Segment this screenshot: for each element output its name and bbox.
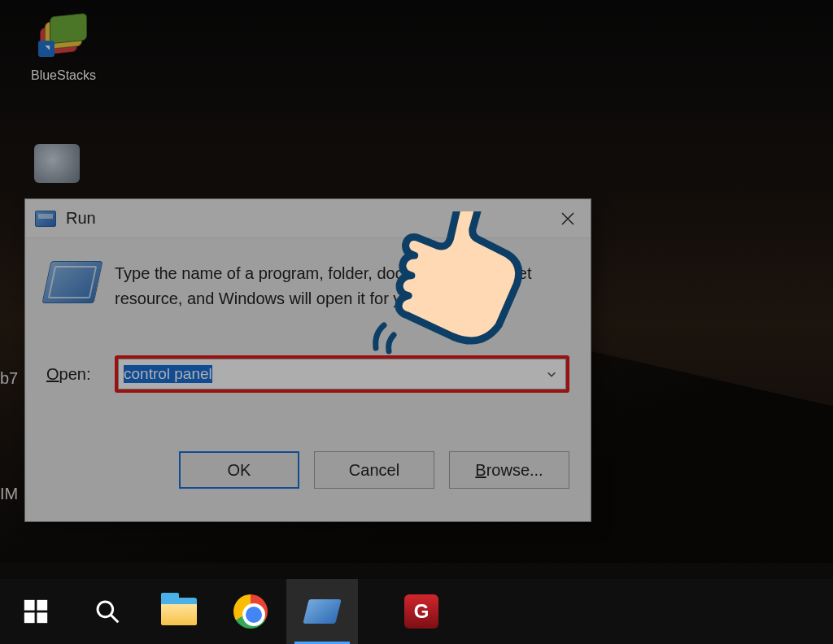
open-input-combo[interactable] (118, 359, 566, 389)
search-icon (94, 598, 120, 624)
run-dialog-title: Run (66, 209, 96, 228)
browse-button[interactable]: Browse... (449, 451, 569, 489)
shortcut-arrow-icon (38, 41, 55, 57)
taskbar-file-explorer[interactable] (143, 579, 215, 644)
bluestacks-icon (40, 15, 87, 55)
run-icon (303, 599, 341, 624)
file-explorer-icon (161, 598, 197, 625)
svg-rect-3 (37, 612, 47, 623)
svg-rect-2 (24, 612, 35, 623)
taskbar-run[interactable] (286, 579, 358, 644)
taskbar-chrome[interactable] (215, 579, 286, 644)
desktop-icon-label-partial: b7 (0, 369, 18, 388)
run-dialog: Run Type the name of a program, folder, … (24, 198, 591, 522)
run-dialog-titlebar[interactable]: Run (25, 199, 591, 238)
svg-rect-0 (24, 600, 35, 611)
run-program-icon (41, 261, 102, 303)
garena-icon: G (404, 594, 438, 629)
desktop-icon-partial[interactable] (24, 144, 89, 189)
desktop-icon-label: BlueStacks (23, 68, 104, 83)
open-input[interactable] (119, 359, 538, 389)
windows-logo-icon (22, 598, 50, 625)
desktop-icon-bluestacks[interactable]: BlueStacks (23, 15, 104, 83)
open-label: Open: (46, 365, 115, 384)
dropdown-button[interactable] (538, 359, 565, 389)
taskbar: G (0, 579, 833, 644)
cancel-button[interactable]: Cancel (314, 451, 434, 489)
close-button[interactable] (545, 199, 591, 238)
start-button[interactable] (0, 579, 72, 644)
generic-app-icon (34, 144, 80, 183)
ok-button[interactable]: OK (179, 451, 299, 489)
open-input-highlight-box (115, 355, 569, 393)
run-title-icon (35, 211, 56, 227)
taskbar-search-button[interactable] (72, 579, 143, 644)
svg-point-4 (98, 602, 113, 617)
svg-rect-1 (37, 600, 47, 611)
taskbar-app[interactable]: G (386, 579, 457, 644)
run-dialog-description: Type the name of a program, folder, docu… (115, 261, 569, 311)
chrome-icon (233, 594, 268, 629)
desktop-icon-label-partial: IM (0, 485, 18, 503)
